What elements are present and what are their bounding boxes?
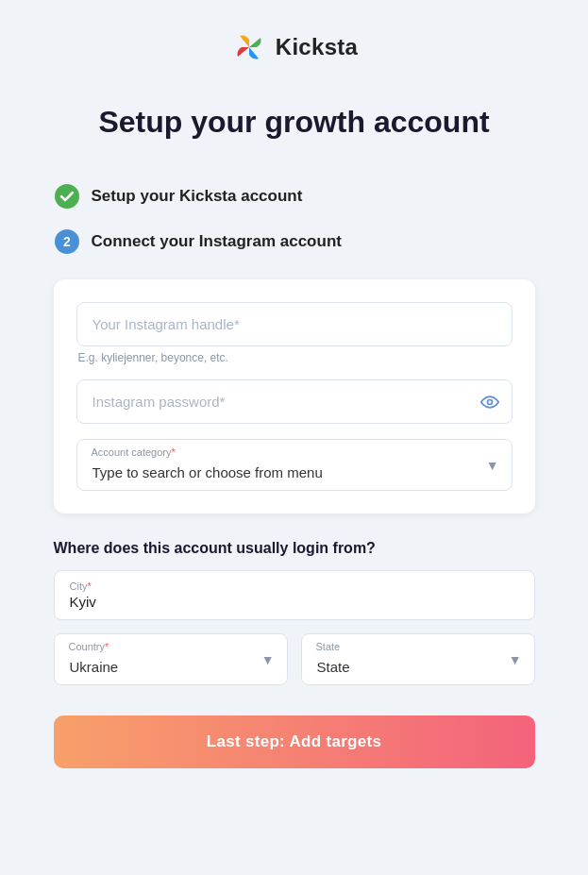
- svg-point-3: [487, 399, 492, 404]
- svg-text:2: 2: [63, 234, 71, 249]
- country-select[interactable]: Ukraine United States United Kingdom Ger…: [54, 633, 288, 685]
- submit-button[interactable]: Last step: Add targets: [54, 715, 535, 768]
- instagram-password-group: [76, 379, 512, 424]
- login-from-section: Where does this account usually login fr…: [54, 540, 535, 685]
- logo-area: Kicksta: [230, 28, 358, 66]
- toggle-password-button[interactable]: [480, 393, 499, 412]
- step-1-item: Setup your Kicksta account: [54, 174, 535, 219]
- city-value: Kyiv: [70, 594, 519, 610]
- instagram-form-card: E.g. kyliejenner, beyonce, etc. Account …: [54, 279, 535, 513]
- instagram-handle-group: E.g. kyliejenner, beyonce, etc.: [76, 302, 512, 364]
- account-category-group: Account category* Type to search or choo…: [76, 439, 512, 491]
- country-select-wrapper: Country* Ukraine United States United Ki…: [54, 633, 288, 685]
- state-select[interactable]: State: [301, 633, 535, 685]
- city-label: City*: [70, 581, 519, 592]
- step-1-check-icon: [54, 183, 80, 210]
- step-2-number-icon: 2: [54, 228, 80, 255]
- page-title: Setup your growth account: [98, 104, 489, 140]
- svg-point-0: [55, 184, 79, 209]
- state-select-wrapper: State State ▼: [301, 633, 535, 685]
- country-state-row: Country* Ukraine United States United Ki…: [54, 633, 535, 685]
- login-from-title: Where does this account usually login fr…: [54, 540, 535, 557]
- kicksta-logo-icon: [230, 28, 268, 66]
- step-2-item: 2 Connect your Instagram account: [54, 219, 535, 264]
- instagram-handle-input[interactable]: [76, 302, 512, 346]
- step-2-label: Connect your Instagram account: [92, 232, 342, 251]
- page-wrapper: Kicksta Setup your growth account Setup …: [0, 0, 588, 806]
- eye-icon: [480, 393, 499, 412]
- step-1-label: Setup your Kicksta account: [92, 187, 303, 206]
- instagram-handle-hint: E.g. kyliejenner, beyonce, etc.: [76, 351, 512, 364]
- account-category-select[interactable]: Type to search or choose from menu: [76, 439, 512, 491]
- steps-container: Setup your Kicksta account 2 Connect you…: [54, 174, 535, 264]
- city-field-wrapper: City* Kyiv: [54, 570, 535, 620]
- logo-text: Kicksta: [276, 34, 358, 60]
- instagram-password-input[interactable]: [76, 379, 512, 424]
